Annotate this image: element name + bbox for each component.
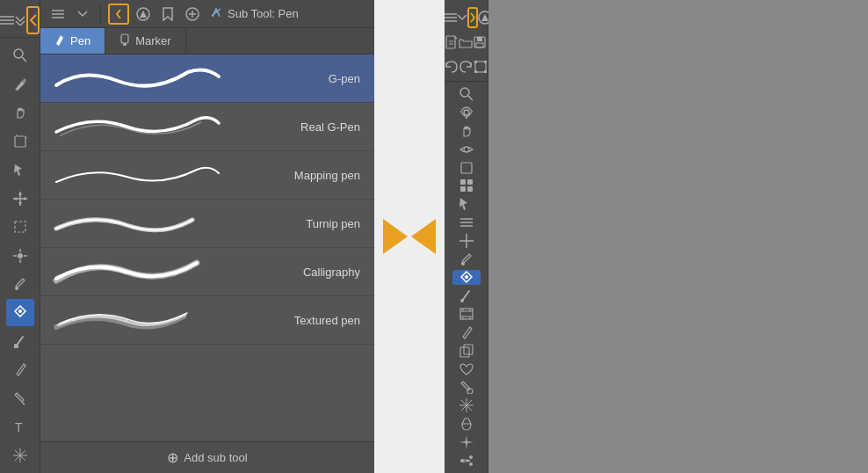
svg-point-38 <box>99 314 101 316</box>
select-tool[interactable] <box>6 156 34 183</box>
transform-icon[interactable] <box>474 56 488 77</box>
right-expand-icon[interactable] <box>457 7 467 28</box>
header-bookmark-icon[interactable] <box>157 4 178 25</box>
brush-preview-turnip-pen <box>40 200 279 247</box>
right-panel <box>445 0 868 473</box>
svg-rect-64 <box>460 179 466 185</box>
pencil-tool[interactable] <box>6 356 34 382</box>
right-pencil-icon[interactable] <box>452 325 481 340</box>
header-chevron-left[interactable] <box>108 4 129 25</box>
svg-rect-58 <box>484 70 487 73</box>
brush-preview-textured-pen <box>40 296 279 344</box>
brush-name-mapping-pen: Mapping pen <box>279 169 367 182</box>
search-tool[interactable] <box>6 42 34 69</box>
eyedropper-tool[interactable] <box>6 271 34 297</box>
right-sparkle-icon[interactable] <box>452 398 481 413</box>
brush-item-calligraphy[interactable]: Calligraphy <box>40 248 374 296</box>
right-pen2-icon[interactable] <box>452 288 481 303</box>
pen-tool[interactable] <box>6 299 34 325</box>
brush-item-g-pen[interactable]: G-pen <box>40 55 374 103</box>
right-film-icon[interactable] <box>452 307 481 322</box>
brush-item-textured-pen[interactable]: Textured pen <box>40 296 374 345</box>
right-chevron-icon[interactable] <box>467 7 478 28</box>
right-select-icon[interactable] <box>452 197 481 212</box>
svg-rect-84 <box>464 345 473 354</box>
brush-item-real-g-pen[interactable]: Real G-Pen <box>40 103 374 151</box>
add-sub-tool-label: Add sub tool <box>184 451 247 464</box>
toolbox-header <box>0 4 40 38</box>
svg-rect-36 <box>123 43 127 46</box>
right-duplicate-icon[interactable] <box>452 343 481 358</box>
right-pen-active-icon[interactable] <box>452 270 481 285</box>
brush-tool-2[interactable] <box>6 328 34 354</box>
sparkle-tool[interactable] <box>6 442 34 469</box>
expand-icon[interactable] <box>14 6 26 34</box>
open-file-icon[interactable] <box>459 32 473 53</box>
right-toolbar <box>445 0 488 473</box>
right-sparkle2-icon[interactable] <box>452 434 481 449</box>
move-tool[interactable] <box>6 185 34 211</box>
header-add-icon[interactable] <box>182 4 203 25</box>
right-hand-icon[interactable] <box>452 124 481 139</box>
header-plugin-icon[interactable] <box>133 4 154 25</box>
left-panel: T <box>0 0 374 473</box>
svg-point-37 <box>73 318 76 321</box>
save-file-icon[interactable] <box>473 32 487 53</box>
brush-preview-mapping-pen <box>40 151 279 199</box>
svg-point-93 <box>469 462 473 466</box>
right-eyedropper-icon[interactable] <box>452 251 481 266</box>
new-file-icon[interactable] <box>445 32 459 53</box>
sub-tool-title-icon <box>210 6 222 21</box>
svg-rect-53 <box>476 43 483 47</box>
3d-tool[interactable] <box>6 127 34 154</box>
svg-marker-12 <box>13 197 17 200</box>
sub-tool-title-text: Sub Tool: Pen <box>228 7 299 20</box>
marquee-tool[interactable] <box>6 214 34 240</box>
tab-marker[interactable]: Marker <box>105 28 185 54</box>
svg-point-61 <box>464 110 469 115</box>
right-grid-icon[interactable] <box>452 178 481 193</box>
right-settings-icon[interactable] <box>452 106 481 120</box>
magic-wand-tool[interactable] <box>6 242 34 268</box>
header-menu-icon[interactable] <box>47 4 69 25</box>
left-toolbox: T <box>0 0 40 473</box>
right-3d-icon[interactable] <box>452 160 481 175</box>
svg-rect-76 <box>460 309 473 319</box>
brush-list: G-pen Real G-Pen Mapp <box>40 55 374 441</box>
add-sub-tool-button[interactable]: ⊕ Add sub tool <box>40 441 374 473</box>
right-search-icon[interactable] <box>452 87 481 102</box>
brush-item-turnip-pen[interactable]: Turnip pen <box>40 200 374 248</box>
right-heart-icon[interactable] <box>452 361 481 376</box>
tab-pen[interactable]: Pen <box>40 28 105 54</box>
svg-rect-47 <box>446 36 455 48</box>
center-arrow <box>374 0 445 473</box>
brush-tool[interactable] <box>6 70 34 97</box>
text-tool[interactable]: T <box>6 413 34 440</box>
right-eye-icon[interactable] <box>452 142 481 156</box>
pen-tab-icon <box>54 33 65 48</box>
svg-point-74 <box>465 275 468 279</box>
left-chevron-button[interactable] <box>26 6 40 34</box>
header-expand-icon[interactable] <box>72 4 93 25</box>
svg-point-3 <box>14 49 23 58</box>
svg-marker-10 <box>18 192 22 195</box>
header-icons <box>47 4 203 25</box>
menu-icon[interactable] <box>0 6 14 34</box>
right-layers-icon[interactable] <box>452 215 481 230</box>
undo-icon[interactable] <box>445 56 459 77</box>
right-node-icon[interactable] <box>452 453 481 468</box>
brush-item-mapping-pen[interactable]: Mapping pen <box>40 151 374 200</box>
right-menu-icon[interactable] <box>445 7 457 28</box>
sub-tool-panel: Sub Tool: Pen Pen Marker <box>40 0 374 473</box>
svg-marker-90 <box>459 435 474 449</box>
fill-tool[interactable] <box>6 385 34 411</box>
add-icon: ⊕ <box>167 449 178 466</box>
redo-icon[interactable] <box>459 56 473 77</box>
brush-name-textured-pen: Textured pen <box>279 314 367 327</box>
right-fill-icon[interactable] <box>452 380 481 395</box>
hand-tool[interactable] <box>6 99 34 126</box>
right-move-icon[interactable] <box>452 234 481 249</box>
right-bucket-icon[interactable] <box>452 417 481 432</box>
svg-marker-42 <box>411 219 436 254</box>
svg-point-19 <box>18 253 23 258</box>
